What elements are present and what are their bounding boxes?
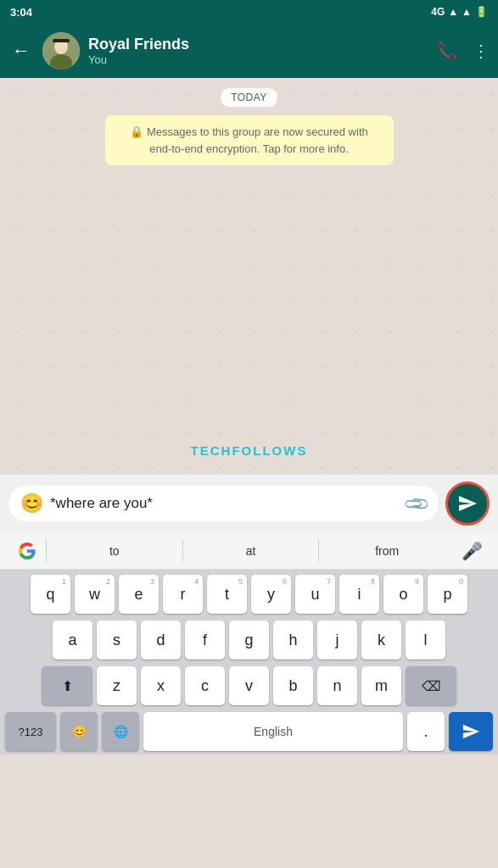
key-h[interactable]: h [273, 620, 313, 659]
key-m[interactable]: m [361, 666, 401, 705]
key-g[interactable]: g [229, 620, 269, 659]
key-i[interactable]: 8i [339, 575, 379, 614]
key-t[interactable]: 5t [207, 575, 247, 614]
watermark: TECHFOLLOWS [191, 443, 308, 458]
key-r[interactable]: 4r [163, 575, 203, 614]
emoji-key[interactable]: 😊 [60, 712, 98, 751]
signal-icon2: ▲ [462, 6, 472, 18]
suggestion-to[interactable]: to [47, 544, 182, 558]
status-icons: 4G ▲ ▲ 🔋 [431, 6, 488, 18]
key-k[interactable]: k [361, 620, 401, 659]
key-s[interactable]: s [97, 620, 137, 659]
time: 3:04 [10, 6, 32, 19]
keyboard-suggestions: to at from 🎤 [0, 532, 498, 570]
key-z[interactable]: z [97, 666, 137, 705]
key-y[interactable]: 6y [251, 575, 291, 614]
send-icon [457, 493, 478, 514]
key-f[interactable]: f [185, 620, 225, 659]
key-u[interactable]: 7u [295, 575, 335, 614]
key-a[interactable]: a [53, 620, 92, 659]
key-l[interactable]: l [406, 620, 445, 659]
period-key[interactable]: . [407, 712, 445, 751]
key-o[interactable]: 9o [383, 575, 423, 614]
encryption-text: 🔒 Messages to this group are now secured… [130, 125, 367, 155]
back-button[interactable]: ← [8, 36, 34, 65]
network-label: 4G [431, 6, 445, 18]
key-q[interactable]: 1q [31, 575, 70, 614]
battery-icon: 🔋 [475, 6, 488, 18]
key-d[interactable]: d [141, 620, 181, 659]
suggestion-from[interactable]: from [319, 544, 455, 558]
avatar-image [42, 32, 80, 70]
message-input[interactable] [50, 495, 399, 512]
message-input-container: 😊 📎 [8, 486, 439, 521]
globe-key[interactable]: 🌐 [102, 712, 139, 751]
group-avatar[interactable] [42, 32, 80, 70]
shift-key[interactable]: ⬆ [42, 666, 92, 705]
space-key[interactable]: English [143, 712, 403, 751]
more-options-icon[interactable]: ⋮ [473, 41, 490, 61]
attach-button[interactable]: 📎 [401, 489, 431, 519]
signal-icon: ▲ [448, 6, 458, 18]
key-x[interactable]: x [141, 666, 181, 705]
keyboard-row-2: a s d f g h j k l [3, 620, 495, 659]
key-j[interactable]: j [317, 620, 357, 659]
chat-area: TODAY 🔒 Messages to this group are now s… [0, 78, 498, 475]
send-button[interactable] [445, 481, 490, 526]
key-b[interactable]: b [273, 666, 313, 705]
message-input-area: 😊 📎 [0, 475, 498, 532]
key-c[interactable]: c [185, 666, 225, 705]
header-info[interactable]: Royal Friends You [88, 36, 428, 67]
header-action-icons: 📞 ⋮ [436, 41, 490, 61]
chat-header: ← Royal Friends You 📞 ⋮ [0, 24, 498, 78]
key-w[interactable]: 2w [75, 575, 115, 614]
delete-key[interactable]: ⌫ [406, 666, 456, 705]
keyboard-send-key[interactable] [449, 712, 493, 751]
emoji-button[interactable]: 😊 [20, 492, 43, 515]
status-bar: 3:04 4G ▲ ▲ 🔋 [0, 0, 498, 24]
key-v[interactable]: v [229, 666, 269, 705]
suggestion-at[interactable]: at [183, 544, 319, 558]
key-e[interactable]: 3e [119, 575, 159, 614]
num-key[interactable]: ?123 [5, 712, 56, 751]
keyboard: 1q 2w 3e 4r 5t 6y 7u 8i 9o 0p a s d f g … [0, 570, 498, 754]
keyboard-row-4: ?123 😊 🌐 English . [3, 712, 495, 751]
keyboard-row-3: ⬆ z x c v b n m ⌫ [3, 666, 495, 705]
svg-rect-4 [53, 39, 70, 42]
key-n[interactable]: n [317, 666, 357, 705]
mic-button[interactable]: 🎤 [455, 541, 490, 561]
google-icon [18, 542, 36, 560]
group-name: Royal Friends [88, 36, 428, 54]
call-icon[interactable]: 📞 [436, 41, 457, 61]
keyboard-send-icon [462, 722, 480, 741]
google-logo [8, 542, 46, 560]
header-subtitle: You [88, 53, 428, 66]
date-badge: TODAY [221, 88, 277, 107]
keyboard-row-1: 1q 2w 3e 4r 5t 6y 7u 8i 9o 0p [3, 575, 495, 614]
key-p[interactable]: 0p [428, 575, 467, 614]
encryption-notice[interactable]: 🔒 Messages to this group are now secured… [105, 115, 394, 165]
